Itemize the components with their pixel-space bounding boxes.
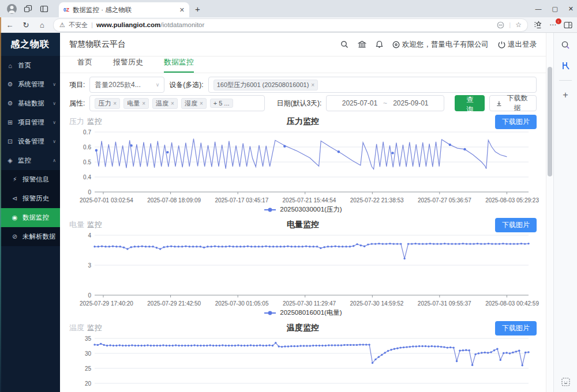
svg-text:0.5: 0.5 [83,159,91,165]
logout-button[interactable]: 退出登录 [498,40,537,50]
sidebar-item-设备管理[interactable]: ⊡ 设备管理 ∨ [0,132,60,151]
address-bar[interactable]: ⚠ 不安全 | www.puliangiot.com/iotdatamonito… [53,18,528,32]
chevron-icon: ∨ [53,139,56,144]
tab-首页[interactable]: 首页 [77,57,92,73]
filter-tag[interactable]: 湿度× [181,98,207,109]
filter-tag[interactable]: 温度× [152,98,178,109]
tab-close-icon[interactable]: ✕ [179,6,185,14]
welcome-text: 欢迎您，普量电子有限公司 [392,40,489,50]
x-axis-label: 2025-08-03 05:29:23 [485,197,539,205]
remove-tag-icon[interactable]: × [142,100,145,107]
bell-icon[interactable] [376,40,383,48]
search-icon[interactable] [340,40,349,48]
more-menu-icon[interactable]: ⋯↑ [549,21,557,29]
scrollbar-thumb[interactable] [548,67,552,176]
browser-tab-title: 数据监控 · 感之物联 [73,6,176,14]
svg-text:4: 4 [88,233,91,239]
profile-icon[interactable] [5,2,18,16]
page-scrollbar[interactable] [546,33,553,392]
sidebar-item-监控[interactable]: ◈ 监控 ∧ [0,151,60,170]
projects-icon: ⊞ [6,119,14,126]
new-tab-button[interactable]: + [195,4,200,14]
download-image-button[interactable]: 下载图片 [495,321,537,336]
x-axis-label: 2025-08-03 00:42:59 [485,300,539,308]
browser-tab[interactable]: 0Z 数据监控 · 感之物联 ✕ [59,2,189,17]
minimize-icon[interactable]: — [535,5,541,12]
chart-title: 温度监控 [287,323,319,333]
sidebar-item-未解析数据[interactable]: ⊘ 未解析数据 [0,227,60,246]
sidebar-item-label: 数据监控 [23,213,49,222]
back-icon[interactable]: ← [5,21,15,29]
browser-toolbar: ← ↻ ⌂ ⚠ 不安全 | www.puliangiot.com/iotdata… [0,17,577,33]
maximize-icon[interactable]: ▢ [552,5,557,13]
search-button[interactable]: 查 询 [455,95,485,111]
chart-panel-pressure: 压力监控 压力监控 下载图片 0.70.60.50.40 2025-07-01 … [69,114,537,214]
app-sidebar: 感之物联 ⌂ 首页 ⚙ 系统管理 ∨ ⚙ 基础数据 ∨ ⊞ 项目管理 ∨ ⊡ 设… [0,33,60,392]
svg-text:0: 0 [88,189,91,195]
feedback-icon[interactable] [497,21,504,29]
split-screen-icon[interactable] [564,21,572,29]
rail-divider [559,80,572,81]
tab-actions-icon[interactable] [37,2,51,16]
sidebar-item-系统管理[interactable]: ⚙ 系统管理 ∨ [0,75,60,94]
date-separator: ~ [383,99,387,107]
warning-icon: ⚠ [59,21,65,29]
tab-报警历史[interactable]: 报警历史 [113,57,143,73]
edge-workspaces-icon[interactable] [559,59,572,72]
attribute-multiselect[interactable]: 压力×电量×温度×湿度×+ 5 ... [89,95,265,111]
url-text: www.puliangiot.com/iotdatamonitor [96,21,204,28]
x-axis-labels: 2025-07-29 17:40:202025-07-29 21:42:5020… [80,300,539,308]
sidebar-item-报警历史[interactable]: ⊲ 报警历史 [0,189,60,208]
filter-panel: 项目: 普量2025款4...∨ 设备(多选): 160型压力6001 (202… [60,73,546,114]
chart-legend[interactable]: 202503030001(压力) [69,205,537,214]
sidebar-item-数据监控[interactable]: ◉ 数据监控 [0,208,60,227]
close-icon[interactable]: ✕ [568,5,574,13]
project-select[interactable]: 普量2025款4...∨ [89,77,164,93]
chart-legend[interactable]: 202508016001(电量) [69,308,537,318]
legend-marker-icon [264,207,276,213]
filter-tag[interactable]: 电量× [123,98,149,109]
chevron-icon: ∨ [53,101,56,106]
rail-add-icon[interactable]: + [559,89,572,101]
sidebar-search-icon[interactable] [559,39,572,51]
x-axis-label: 2025-07-17 03:45:17 [215,197,268,205]
svg-text:0: 0 [88,292,91,299]
home-icon: ⌂ [6,62,14,69]
chart-panel-battery: 电量监控 电量监控 下载图片 430 2025-07-29 17:40:2020… [69,217,537,318]
database-gear-icon: ⚙ [6,100,14,107]
x-axis-label: 2025-07-27 05:36:57 [418,197,471,205]
refresh-icon[interactable]: ↻ [21,21,31,29]
attribute-label: 属性: [69,99,85,108]
sidebar-item-首页[interactable]: ⌂ 首页 [0,56,60,75]
home-icon[interactable]: ⌂ [37,21,47,29]
organization-icon[interactable] [358,40,366,48]
sidebar-item-项目管理[interactable]: ⊞ 项目管理 ∨ [0,113,60,132]
svg-text:20: 20 [85,380,92,387]
date-label: 日期(默认3天): [276,99,321,108]
sidebar-item-报警信息[interactable]: ⚡ 报警信息 [0,170,60,189]
svg-text:0.6: 0.6 [83,144,91,150]
download-image-button[interactable]: 下载图片 [495,218,537,232]
update-badge: ↑ [556,18,561,24]
device-multiselect[interactable]: 160型压力6001 (202508016001)× [208,77,537,93]
collections-icon[interactable] [534,21,542,29]
favorite-star-icon[interactable]: ☆ [515,21,522,29]
unparsed-data-icon: ⊘ [11,233,18,240]
workspaces-icon[interactable] [21,2,35,16]
svg-text:25: 25 [85,365,92,372]
sidebar-item-基础数据[interactable]: ⚙ 基础数据 ∨ [0,94,60,113]
svg-text:3: 3 [88,262,91,269]
remove-tag-icon[interactable]: × [171,100,174,107]
sidebar-item-label: 报警信息 [23,175,49,184]
tab-数据监控[interactable]: 数据监控 [164,57,194,73]
filter-tag[interactable]: 压力× [95,98,120,109]
filter-tag[interactable]: 160型压力6001 (202508016001)× [213,80,318,91]
date-range-picker[interactable]: 2025-07-01 ~ 2025-09-01 [326,95,444,111]
ime-indicator-icon[interactable] [559,375,572,388]
more-tags-indicator[interactable]: + 5 ... [210,99,233,108]
remove-tag-icon[interactable]: × [200,100,203,107]
remove-tag-icon[interactable]: × [113,100,117,107]
download-data-button[interactable]: 下载数据 [489,95,537,111]
remove-tag-icon[interactable]: × [311,82,314,88]
download-image-button[interactable]: 下载图片 [495,115,537,129]
